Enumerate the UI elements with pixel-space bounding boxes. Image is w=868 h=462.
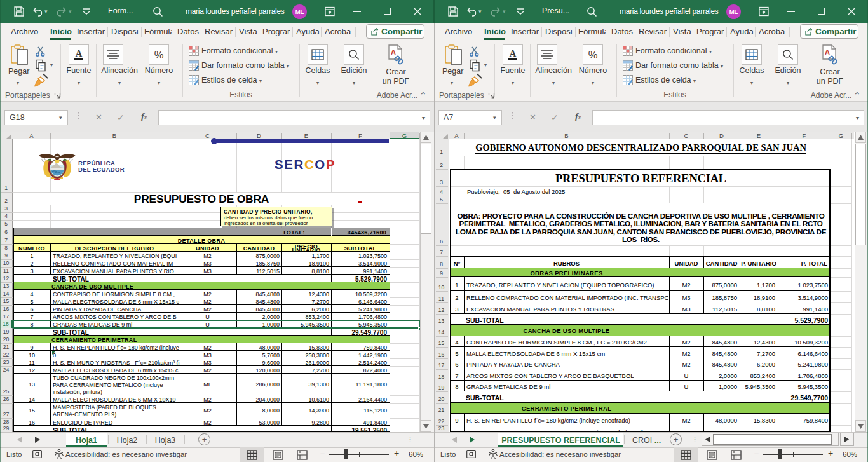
svg-text:A: A — [76, 48, 83, 58]
svg-text:%: % — [588, 49, 598, 60]
svg-text:A: A — [510, 48, 517, 58]
svg-text:%: % — [154, 49, 164, 60]
svg-text:A: A — [825, 48, 830, 56]
svg-text:A: A — [391, 48, 396, 56]
